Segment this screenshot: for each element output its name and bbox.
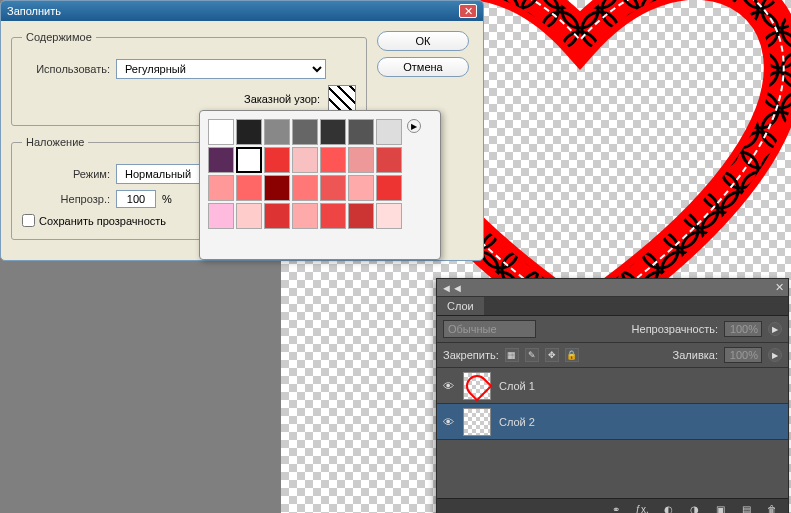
close-button[interactable]: ✕ xyxy=(459,4,477,18)
lock-all-icon[interactable]: 🔒 xyxy=(565,348,579,362)
close-icon[interactable]: ✕ xyxy=(775,281,784,294)
visibility-icon[interactable]: 👁 xyxy=(437,380,459,392)
pattern-cell[interactable] xyxy=(208,119,234,145)
pattern-cell[interactable] xyxy=(348,203,374,229)
opacity-input[interactable] xyxy=(116,190,156,208)
use-label: Использовать: xyxy=(22,63,110,75)
pattern-cell[interactable] xyxy=(320,119,346,145)
pattern-cell[interactable] xyxy=(376,147,402,173)
layers-panel: ◄◄ ✕ Слои Обычные Непрозрачность: 100% ▶… xyxy=(436,278,789,513)
blend-mode-select[interactable]: Обычные xyxy=(443,320,536,338)
layer-name[interactable]: Слой 2 xyxy=(495,416,788,428)
lock-label: Закрепить: xyxy=(443,349,499,361)
pattern-cell[interactable] xyxy=(376,175,402,201)
layer-row[interactable]: 👁Слой 1 xyxy=(437,368,788,404)
link-layers-icon[interactable]: ⚭ xyxy=(608,503,624,514)
layer-group-icon[interactable]: ▣ xyxy=(712,503,728,514)
pattern-cell[interactable] xyxy=(292,175,318,201)
delete-layer-icon[interactable]: 🗑 xyxy=(764,503,780,514)
lock-brush-icon[interactable]: ✎ xyxy=(525,348,539,362)
close-icon: ✕ xyxy=(464,5,473,18)
layers-panel-header[interactable]: ◄◄ ✕ xyxy=(437,279,788,297)
preserve-label: Сохранить прозрачность xyxy=(39,215,166,227)
pattern-cell[interactable] xyxy=(292,147,318,173)
pattern-cell[interactable] xyxy=(320,175,346,201)
pattern-cell[interactable] xyxy=(264,147,290,173)
pattern-cell[interactable] xyxy=(208,203,234,229)
fill-value[interactable]: 100% xyxy=(724,347,762,363)
adjustment-layer-icon[interactable]: ◑ xyxy=(686,503,702,514)
pattern-cell[interactable] xyxy=(236,147,262,173)
use-select[interactable]: Регулярный xyxy=(116,59,326,79)
pattern-cell[interactable] xyxy=(236,175,262,201)
pattern-cell[interactable] xyxy=(236,119,262,145)
layer-name[interactable]: Слой 1 xyxy=(495,380,788,392)
preserve-transparency-checkbox[interactable] xyxy=(22,214,35,227)
pattern-cell[interactable] xyxy=(348,175,374,201)
lock-position-icon[interactable]: ✥ xyxy=(545,348,559,362)
layers-bottom-bar: ⚭ ƒx. ◐ ◑ ▣ ▤ 🗑 xyxy=(437,498,788,513)
pattern-cell[interactable] xyxy=(320,203,346,229)
visibility-icon[interactable]: 👁 xyxy=(437,416,459,428)
pattern-cell[interactable] xyxy=(264,119,290,145)
pattern-swatch[interactable] xyxy=(328,85,356,113)
opacity-slider-button[interactable]: ▶ xyxy=(768,322,782,336)
opacity-label: Непрозр.: xyxy=(22,193,110,205)
pattern-cell[interactable] xyxy=(376,203,402,229)
content-legend: Содержимое xyxy=(22,31,96,43)
lock-pixels-icon[interactable]: ▦ xyxy=(505,348,519,362)
layers-opacity-label: Непрозрачность: xyxy=(632,323,718,335)
pattern-cell[interactable] xyxy=(376,119,402,145)
ok-button[interactable]: ОК xyxy=(377,31,469,51)
pattern-menu-button[interactable]: ▶ xyxy=(407,119,421,133)
dialog-titlebar[interactable]: Заполнить ✕ xyxy=(1,1,483,21)
pattern-cell[interactable] xyxy=(264,203,290,229)
pattern-grid[interactable] xyxy=(208,119,402,251)
layers-tab[interactable]: Слои xyxy=(437,297,484,315)
new-layer-icon[interactable]: ▤ xyxy=(738,503,754,514)
pattern-cell[interactable] xyxy=(264,175,290,201)
layer-list: 👁Слой 1👁Слой 2 xyxy=(437,368,788,440)
pattern-cell[interactable] xyxy=(208,175,234,201)
pattern-cell[interactable] xyxy=(236,203,262,229)
layers-opacity-value[interactable]: 100% xyxy=(724,321,762,337)
pattern-cell[interactable] xyxy=(348,147,374,173)
layer-fx-icon[interactable]: ƒx. xyxy=(634,503,650,514)
layers-empty-area[interactable] xyxy=(437,440,788,498)
pattern-cell[interactable] xyxy=(292,119,318,145)
opacity-pct: % xyxy=(162,193,172,205)
pattern-cell[interactable] xyxy=(348,119,374,145)
pattern-cell[interactable] xyxy=(292,203,318,229)
dialog-title: Заполнить xyxy=(7,5,61,17)
fill-slider-button[interactable]: ▶ xyxy=(768,348,782,362)
fill-label: Заливка: xyxy=(673,349,718,361)
layer-thumbnail[interactable] xyxy=(463,372,491,400)
layer-row[interactable]: 👁Слой 2 xyxy=(437,404,788,440)
layer-thumbnail[interactable] xyxy=(463,408,491,436)
custom-pattern-label: Заказной узор: xyxy=(244,93,320,105)
layer-mask-icon[interactable]: ◐ xyxy=(660,503,676,514)
overlay-legend: Наложение xyxy=(22,136,88,148)
mode-label: Режим: xyxy=(22,168,110,180)
pattern-cell[interactable] xyxy=(320,147,346,173)
cancel-button[interactable]: Отмена xyxy=(377,57,469,77)
pattern-picker-popup: ▶ xyxy=(199,110,441,260)
pattern-cell[interactable] xyxy=(208,147,234,173)
collapse-icon[interactable]: ◄◄ xyxy=(441,282,463,294)
